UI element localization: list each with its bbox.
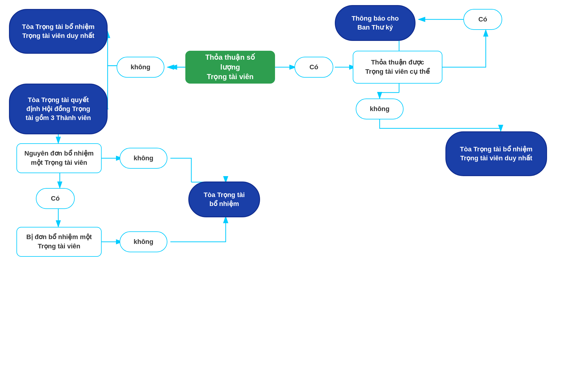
flowchart-diagram: Tòa Trọng tài bổ nhiệmTrọng tài viên duy… (0, 0, 588, 366)
node-bi-don: Bị đơn bổ nhiệm mộtTrọng tài viên (16, 227, 102, 257)
node-toa-quyet-dinh: Tòa Trọng tài quyếtđịnh Hội đồng Trọngtà… (9, 84, 108, 134)
node-toa-bo-nhiem-1: Tòa Trọng tài bổ nhiệmTrọng tài viên duy… (9, 9, 108, 54)
node-toa-bo-nhiem-3: Tòa Trọng tàibổ nhiệm (188, 182, 260, 217)
node-toa-bo-nhiem-2: Tòa Trọng tài bổ nhiệmTrọng tài viên duy… (445, 131, 547, 176)
node-co-3: Có (36, 188, 75, 209)
node-co-2: Có (463, 9, 502, 30)
node-co-1: Có (294, 57, 333, 78)
node-thong-bao: Thông báo choBan Thư ký (335, 5, 416, 41)
arrows-layer (0, 0, 588, 366)
node-khong-3: không (120, 148, 167, 169)
node-thoa-thuan-duoc: Thỏa thuận đượcTrọng tài viên cụ thể (353, 51, 442, 84)
node-thoa-thuan: Thỏa thuận số lượngTrọng tài viên (185, 51, 275, 84)
node-khong-4: không (120, 231, 167, 252)
node-nguyen-don: Nguyên đơn bổ nhiệmmột Trọng tài viên (16, 143, 102, 173)
node-khong-1: không (117, 57, 164, 78)
node-khong-2: không (356, 99, 404, 119)
